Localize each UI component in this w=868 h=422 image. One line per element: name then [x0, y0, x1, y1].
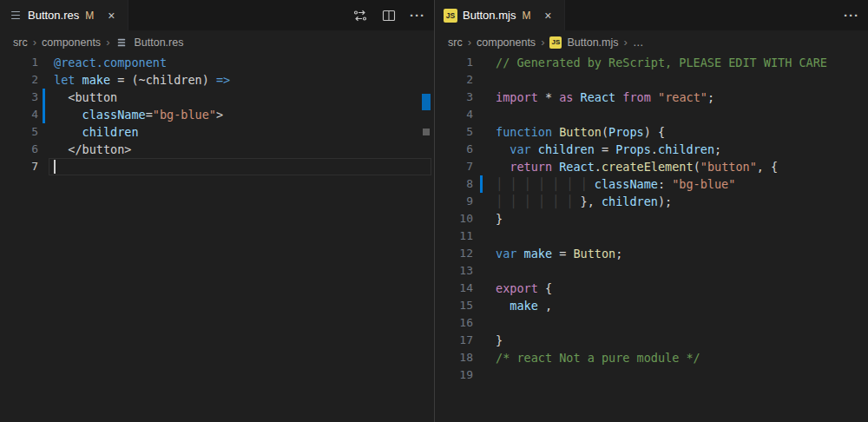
line-number[interactable]: 3: [0, 89, 38, 106]
line-number[interactable]: 9: [435, 193, 473, 210]
code-text: @react.component: [54, 54, 167, 71]
more-actions-icon[interactable]: ···: [410, 8, 425, 23]
code-line[interactable]: 3 <button: [0, 89, 434, 106]
breadcrumb-item-components[interactable]: components: [477, 36, 536, 49]
code-line[interactable]: 8│ │ │ │ │ │ │ className: "bg-blue": [435, 175, 868, 193]
code-line[interactable]: 19: [435, 366, 868, 384]
code-line[interactable]: 11: [435, 227, 868, 245]
line-number[interactable]: 18: [435, 349, 473, 366]
line-number[interactable]: 5: [435, 123, 473, 141]
breadcrumb-item-src[interactable]: src: [448, 36, 463, 49]
gutter: [38, 106, 54, 123]
chevron-right-icon: ›: [33, 36, 36, 49]
line-number[interactable]: 5: [0, 123, 38, 141]
code-text: export {: [496, 280, 552, 297]
line-number[interactable]: 7: [435, 158, 473, 175]
text-cursor: [54, 160, 56, 174]
breadcrumb-item-src[interactable]: src: [13, 36, 28, 49]
line-number[interactable]: 13: [435, 262, 473, 280]
editor-actions-left: ···: [352, 0, 425, 30]
editor-group-right: JS Button.mjs M × ··· src › components ›…: [434, 0, 868, 422]
gutter: [473, 314, 496, 332]
code-line[interactable]: 6 </button>: [0, 141, 434, 158]
code-line[interactable]: 3import * as React from "react";: [435, 89, 868, 106]
line-number[interactable]: 1: [0, 54, 38, 71]
code-text: /* react Not a pure module */: [496, 349, 700, 366]
gutter: [38, 54, 54, 71]
line-number[interactable]: 3: [435, 89, 473, 106]
close-icon[interactable]: ×: [103, 8, 119, 23]
gutter: [473, 175, 496, 193]
gutter: [473, 245, 496, 262]
open-changes-icon[interactable]: [352, 8, 368, 23]
code-line[interactable]: 1@react.component: [0, 54, 434, 71]
code-text: var children = Props.children;: [496, 141, 721, 158]
line-number[interactable]: 8: [435, 175, 473, 193]
line-number[interactable]: 2: [435, 71, 473, 89]
code-line[interactable]: 5 children: [0, 123, 434, 141]
code-line[interactable]: 17}: [435, 332, 868, 349]
code-editor-right[interactable]: 1// Generated by ReScript, PLEASE EDIT W…: [435, 54, 868, 422]
line-number[interactable]: 6: [0, 141, 38, 158]
code-text: let make = (~children) =>: [54, 71, 230, 89]
gutter: [38, 89, 54, 106]
code-line[interactable]: 6 var children = Props.children;: [435, 141, 868, 158]
tab-bar-right: JS Button.mjs M × ···: [435, 0, 868, 30]
breadcrumb-item-file[interactable]: Button.mjs: [567, 36, 618, 49]
git-modified-gutter-bar: [480, 175, 483, 193]
code-line[interactable]: 1// Generated by ReScript, PLEASE EDIT W…: [435, 54, 868, 71]
split-editor-icon[interactable]: [381, 8, 397, 23]
code-text: make ,: [496, 297, 552, 314]
code-line[interactable]: 2: [435, 71, 868, 89]
line-number[interactable]: 15: [435, 297, 473, 314]
code-line[interactable]: 9│ │ │ │ │ │ }, children);: [435, 193, 868, 210]
line-number[interactable]: 10: [435, 210, 473, 227]
code-line[interactable]: 4 className="bg-blue">: [0, 106, 434, 123]
code-line[interactable]: 7 return React.createElement("button", {: [435, 158, 868, 175]
javascript-file-icon: JS: [549, 36, 562, 49]
code-text: children: [54, 123, 139, 141]
line-number[interactable]: 11: [435, 227, 473, 245]
code-text: <button: [54, 89, 117, 106]
editor-group-left: Button.res M × ··· src › components › Bu…: [0, 0, 434, 422]
more-actions-icon[interactable]: ···: [844, 8, 859, 23]
code-editor-left[interactable]: 1@react.component2let make = (~children)…: [0, 54, 434, 422]
code-line[interactable]: 7: [0, 158, 434, 175]
breadcrumb-item-components[interactable]: components: [42, 36, 101, 49]
gutter: [38, 71, 54, 89]
breadcrumb-item-symbol[interactable]: …: [633, 36, 644, 49]
tab-button-res[interactable]: Button.res M ×: [0, 0, 128, 30]
line-number[interactable]: 4: [435, 106, 473, 123]
line-number[interactable]: 16: [435, 314, 473, 332]
line-number[interactable]: 4: [0, 106, 38, 123]
code-line[interactable]: 16: [435, 314, 868, 332]
close-icon[interactable]: ×: [540, 8, 556, 23]
javascript-file-icon: JS: [444, 9, 457, 23]
overview-ruler-modified-mark: [422, 94, 431, 110]
line-number[interactable]: 2: [0, 71, 38, 89]
code-line[interactable]: 14export {: [435, 280, 868, 297]
tab-button-mjs[interactable]: JS Button.mjs M ×: [435, 0, 565, 30]
git-modified-badge: M: [522, 10, 530, 22]
code-line[interactable]: 2let make = (~children) =>: [0, 71, 434, 89]
code-line[interactable]: 4: [435, 106, 868, 123]
code-line[interactable]: 12var make = Button;: [435, 245, 868, 262]
line-number[interactable]: 6: [435, 141, 473, 158]
breadcrumb-item-file[interactable]: Button.res: [134, 36, 183, 49]
line-number[interactable]: 19: [435, 366, 473, 384]
rescript-file-icon: [116, 36, 128, 49]
line-number[interactable]: 1: [435, 54, 473, 71]
code-text: return React.createElement("button", {: [496, 158, 778, 175]
line-number[interactable]: 17: [435, 332, 473, 349]
code-line[interactable]: 13: [435, 262, 868, 280]
gutter: [473, 227, 496, 245]
line-number[interactable]: 14: [435, 280, 473, 297]
code-line[interactable]: 18/* react Not a pure module */: [435, 349, 868, 366]
rescript-file-icon: [9, 9, 23, 23]
line-number[interactable]: 7: [0, 158, 38, 175]
code-line[interactable]: 10}: [435, 210, 868, 227]
code-line[interactable]: 5function Button(Props) {: [435, 123, 868, 141]
code-line[interactable]: 15 make ,: [435, 297, 868, 314]
line-number[interactable]: 12: [435, 245, 473, 262]
gutter: [473, 106, 496, 123]
